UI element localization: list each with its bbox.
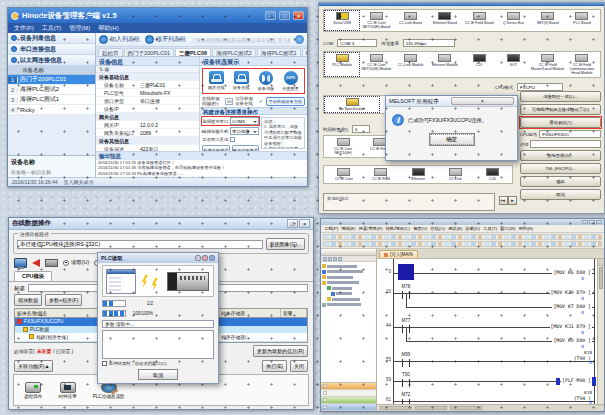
- tab-mitsubishi[interactable]: 三菱PLC06: [175, 48, 211, 56]
- nav-section-button[interactable]: [321, 383, 376, 390]
- pc-if-net2-board[interactable]: NET(II) Board: [531, 11, 565, 30]
- execute-button[interactable]: 执行(E): [262, 360, 287, 372]
- minimize-button[interactable]: –: [265, 11, 276, 20]
- menu-tools[interactable]: 工具(T): [42, 24, 62, 33]
- cancel-button[interactable]: 取消: [520, 189, 601, 200]
- tab-home[interactable]: 起始页: [98, 48, 123, 56]
- scroll-up-arrow[interactable]: [598, 259, 604, 266]
- progress-titlebar[interactable]: PLC读取: [98, 253, 218, 263]
- ladder-rung[interactable]: 61 M72 K10 (T94 ) 0: [377, 389, 594, 404]
- vertical-scrollbar[interactable]: [597, 259, 604, 404]
- time-check-field[interactable]: 5: [352, 125, 370, 133]
- menu-debug[interactable]: 调试(B): [448, 226, 462, 231]
- ok-button[interactable]: 确定: [520, 176, 601, 187]
- pc-if-cclink-board[interactable]: CC-Link Board: [394, 11, 428, 30]
- co-ethernet[interactable]: Ethernet: [399, 167, 436, 182]
- pc-if-ccie-cont-board[interactable]: CC IE Cont NET/10(H) Board: [359, 11, 393, 30]
- plc-if-ccie-field-master[interactable]: CC IE Field Master/Local Module: [531, 53, 565, 76]
- nav-tree-item[interactable]: [322, 275, 375, 279]
- user-icon[interactable]: [295, 35, 304, 44]
- progress-detail-list[interactable]: [102, 330, 214, 359]
- join-group-button[interactable]: 加入列表组: [99, 35, 140, 44]
- info-row[interactable]: 接口类型串口连接: [96, 97, 199, 105]
- close-button[interactable]: 关闭: [290, 360, 308, 372]
- device-row[interactable]: 3海得PLC测试1: [8, 95, 95, 105]
- speed-field[interactable]: 115.2Kbps: [403, 39, 455, 47]
- tab-siemens[interactable]: 西门子200PLC01: [124, 48, 175, 56]
- ladder-rung[interactable]: 0 [MOV K6 D80 ] 0: [377, 261, 594, 281]
- menu-find[interactable]: 搜索/替换(F): [359, 226, 383, 231]
- nav-tree-item[interactable]: [322, 270, 375, 274]
- ladder-document-tab[interactable]: [写入]MAIN: [379, 250, 418, 258]
- cancel-button[interactable]: 取消: [138, 369, 178, 380]
- device-row[interactable]: 2海得PLC测试2: [8, 85, 95, 95]
- plc-if-ethernet-module[interactable]: Ethernet Module: [428, 53, 462, 76]
- plc-memory-clear-button[interactable]: PLC存储器清除: [93, 382, 125, 399]
- param-program-button[interactable]: 参数+程序(F): [45, 294, 82, 306]
- module-data-button[interactable]: 模块数据: [14, 294, 42, 306]
- toolbar-row[interactable]: [323, 234, 602, 240]
- tel-button[interactable]: TEL (FXCPU)...: [520, 163, 601, 174]
- co-c24[interactable]: C24: [474, 167, 511, 182]
- no-specification[interactable]: No Specification: [325, 97, 379, 112]
- auto-close-option[interactable]: 处理结束时，自动关闭窗口(C).: [102, 361, 214, 366]
- menu-manage[interactable]: 管理(M): [69, 24, 90, 33]
- tab-hd2[interactable]: 海得PLC测试2: [212, 48, 256, 56]
- nav-section-button[interactable]: [321, 404, 376, 411]
- ladder-canvas[interactable]: 0 [MOV K6 D80 ] 0 10 M78 [MOV K29 D79 ] …: [377, 258, 604, 404]
- melsoft-titlebar[interactable]: MELSOFT 应用程序 ×: [386, 96, 517, 107]
- ladder-branch[interactable]: [MOV K7 D80 ] 0: [377, 301, 594, 315]
- scroll-thumb[interactable]: [599, 267, 603, 289]
- plc-if-plc-module[interactable]: PLC Module: [325, 53, 359, 76]
- menu-diagnostics[interactable]: 诊断(D): [465, 226, 480, 231]
- system-image-button[interactable]: 系统图像(G)...: [266, 238, 305, 250]
- tab-cpu-module[interactable]: CPU模块: [14, 271, 52, 281]
- info-toolbar[interactable]: ⇅ ▦: [96, 66, 199, 73]
- nav-tree-item[interactable]: [322, 303, 375, 307]
- menu-window[interactable]: 窗口(W): [500, 226, 516, 231]
- plc-if-ccie-cont-module[interactable]: CC IE Cont NET/10(H) Module: [359, 53, 393, 76]
- titlebar[interactable]: Hinode设备管理客户端 v1.5 – □ ×: [8, 8, 307, 23]
- leave-group-button[interactable]: 移开列表组: [145, 35, 186, 44]
- connection-path-list-button[interactable]: 连接路径一览(L)...: [520, 91, 601, 102]
- maximize-icon[interactable]: [589, 220, 595, 224]
- nav-section-button[interactable]: [321, 390, 376, 397]
- menu-file[interactable]: 文件(F): [14, 24, 34, 33]
- nav-tree-item[interactable]: [322, 292, 375, 296]
- cpu-mode-field[interactable]: FXCPU: [517, 83, 563, 91]
- pc-if-ethernet-board[interactable]: Ethernet Board: [428, 11, 462, 30]
- system-image-button[interactable]: 系统图像(G)...: [520, 150, 601, 161]
- ladder-branch[interactable]: [MOV K9 D80 ] 0: [377, 335, 594, 349]
- menu-help[interactable]: 帮助(H): [98, 24, 118, 33]
- manual-detect-button[interactable]: 手动检测设备在线: [266, 97, 306, 106]
- plc-if-cclink-module[interactable]: CC-Link Module: [394, 53, 428, 76]
- contact[interactable]: M72: [399, 393, 413, 404]
- route-ccie-cont[interactable]: CC IE Cont NET/10(H): [325, 137, 361, 156]
- pc-if-serial-usb[interactable]: Serial USB: [325, 11, 359, 30]
- plc-if-ccie-field-head[interactable]: CC IE Field Communication Head Module: [565, 53, 599, 76]
- menu-view[interactable]: 视图(V): [413, 226, 427, 231]
- communication-test-button[interactable]: 通信测试(T): [520, 117, 601, 128]
- plc-direct-connect-button[interactable]: 可编程控制器直接连接设置(D): [520, 104, 601, 115]
- sidebar-group-device-list[interactable]: 设备列表信息: [8, 33, 95, 44]
- co-cclink[interactable]: CC-Link: [437, 167, 474, 182]
- device-row[interactable]: 4Ricky: [8, 105, 95, 115]
- titlebar[interactable]: 在线数据操作 □ ×: [9, 218, 313, 230]
- sidebar-group-ethernet[interactable]: 以太网连接信息: [8, 55, 95, 66]
- menu-online[interactable]: 在线(O): [430, 226, 445, 231]
- project-tree[interactable]: [321, 262, 376, 382]
- spin-right-button[interactable]: ►: [508, 196, 517, 205]
- menu-edit[interactable]: 编辑(E): [341, 226, 355, 231]
- interval-input[interactable]: 10: [225, 98, 233, 105]
- plc-if-c24[interactable]: C24: [462, 53, 496, 76]
- nav-tree-item[interactable]: [322, 297, 375, 301]
- info-row[interactable]: 网关IP12.0.0.2: [96, 121, 199, 129]
- maximize-button[interactable]: □: [287, 219, 298, 228]
- related-functions-button[interactable]: 关联功能(F)▲: [14, 360, 53, 372]
- menu-tool[interactable]: 工具(T): [483, 226, 497, 231]
- close-icon[interactable]: [596, 220, 602, 224]
- menu-help[interactable]: 帮助(H): [519, 226, 534, 231]
- nav-tree-item[interactable]: [322, 264, 375, 268]
- co-ccie-field[interactable]: CC IE Field: [362, 167, 399, 182]
- close-button[interactable]: ×: [293, 11, 304, 20]
